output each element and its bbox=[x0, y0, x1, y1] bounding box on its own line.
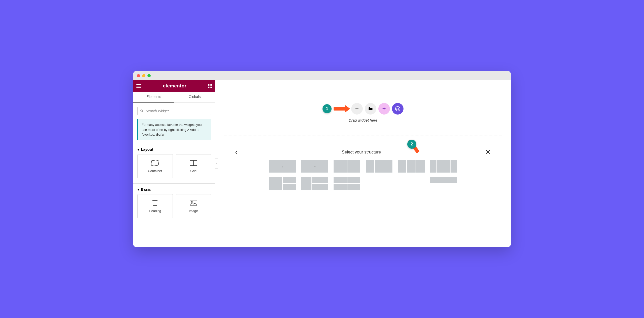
window-minimize-button[interactable] bbox=[142, 74, 145, 77]
widget-container[interactable]: Container bbox=[137, 154, 173, 178]
annotation-badge-2: 2 bbox=[407, 140, 416, 149]
structure-title: Select your structure bbox=[238, 150, 484, 155]
structure-l-shape-b[interactable] bbox=[301, 177, 328, 190]
plus-icon bbox=[355, 107, 359, 111]
structure-2col[interactable] bbox=[334, 160, 360, 173]
drop-zone-actions: 1 bbox=[323, 103, 404, 115]
annotation-arrow-1 bbox=[334, 107, 346, 111]
svg-point-0 bbox=[141, 110, 143, 112]
editor-canvas: ‹ 1 bbox=[215, 80, 511, 247]
image-icon bbox=[189, 199, 197, 206]
svg-point-16 bbox=[396, 108, 397, 109]
layout-widgets: Container Grid bbox=[137, 154, 211, 182]
tip-text: For easy access, favorite the widgets yo… bbox=[142, 123, 202, 136]
tip-got-it-link[interactable]: Got It bbox=[156, 133, 164, 136]
structure-1col-down[interactable]: ↓ bbox=[269, 160, 296, 173]
tab-elements[interactable]: Elements bbox=[133, 92, 174, 102]
sidebar-header: elementor bbox=[133, 80, 215, 92]
collapse-panel-button[interactable]: ‹ bbox=[215, 158, 218, 169]
tab-globals[interactable]: Globals bbox=[174, 92, 215, 102]
structure-1over2[interactable] bbox=[430, 177, 457, 190]
hamburger-menu-icon[interactable] bbox=[136, 84, 141, 88]
structure-row-1: ↓ → bbox=[234, 160, 492, 173]
ai-button[interactable] bbox=[378, 103, 390, 115]
widget-container-label: Container bbox=[148, 169, 162, 173]
drop-zone[interactable]: 1 bbox=[224, 93, 502, 135]
grid-icon bbox=[189, 160, 197, 167]
structure-back-button[interactable]: ‹ bbox=[234, 147, 238, 157]
widget-grid-label: Grid bbox=[190, 169, 196, 173]
svg-point-15 bbox=[395, 107, 400, 111]
widget-grid[interactable]: Grid bbox=[176, 154, 211, 178]
search-box[interactable] bbox=[137, 107, 211, 115]
search-input[interactable] bbox=[146, 109, 208, 113]
sidebar-title: elementor bbox=[141, 83, 208, 89]
category-basic-header[interactable]: ▾ Basic bbox=[137, 185, 211, 194]
heading-icon bbox=[151, 199, 159, 206]
structure-3over2[interactable] bbox=[366, 177, 392, 190]
svg-rect-2 bbox=[151, 161, 158, 166]
structure-1col-right[interactable]: → bbox=[301, 160, 328, 173]
annotation-badge-1: 1 bbox=[323, 104, 332, 113]
drop-zone-label: Drag widget here bbox=[349, 118, 377, 122]
svg-line-1 bbox=[142, 112, 143, 112]
structure-close-button[interactable]: ✕ bbox=[484, 147, 492, 157]
widget-image-label: Image bbox=[189, 209, 198, 213]
sparkle-icon bbox=[382, 106, 387, 111]
structure-2col-33-66[interactable] bbox=[366, 160, 392, 173]
basic-widgets: Heading Image bbox=[137, 194, 211, 222]
structure-3col-25-50-25[interactable] bbox=[430, 160, 457, 173]
app-window: elementor Elements Globals For easy acce… bbox=[133, 71, 511, 247]
chevron-down-icon: ▾ bbox=[137, 187, 139, 192]
face-icon bbox=[395, 106, 400, 112]
sidebar-panel: elementor Elements Globals For easy acce… bbox=[133, 80, 215, 247]
container-icon bbox=[151, 160, 159, 167]
category-layout: ▾ Layout Container Grid bbox=[133, 145, 215, 182]
structure-header: ‹ Select your structure ✕ bbox=[234, 147, 492, 157]
window-titlebar bbox=[133, 71, 511, 80]
search-wrap bbox=[133, 103, 215, 119]
structure-selector: 2 ‹ Select your structure ✕ ↓ → bbox=[224, 142, 502, 200]
sidebar-divider bbox=[133, 183, 215, 184]
category-basic-label: Basic bbox=[141, 187, 151, 191]
svg-rect-11 bbox=[190, 200, 197, 206]
ai-assistant-button[interactable] bbox=[392, 103, 404, 115]
structure-l-shape-a[interactable] bbox=[269, 177, 296, 190]
favorites-tip: For easy access, favorite the widgets yo… bbox=[137, 119, 211, 140]
template-library-button[interactable] bbox=[365, 103, 376, 115]
search-icon bbox=[140, 109, 144, 113]
category-layout-header[interactable]: ▾ Layout bbox=[137, 145, 211, 154]
category-layout-label: Layout bbox=[141, 147, 153, 151]
widget-heading[interactable]: Heading bbox=[137, 194, 173, 218]
category-basic: ▾ Basic Heading Image bbox=[133, 185, 215, 222]
widget-heading-label: Heading bbox=[149, 209, 161, 213]
structure-2x2[interactable] bbox=[334, 177, 360, 190]
structure-3col[interactable] bbox=[398, 160, 425, 173]
structure-2over3[interactable] bbox=[398, 177, 425, 190]
window-maximize-button[interactable] bbox=[147, 74, 151, 77]
window-close-button[interactable] bbox=[137, 74, 140, 77]
widgets-grid-icon[interactable] bbox=[208, 84, 212, 88]
folder-icon bbox=[368, 107, 373, 111]
svg-point-12 bbox=[191, 201, 192, 202]
structure-row-2 bbox=[234, 177, 492, 190]
add-section-button[interactable] bbox=[351, 103, 363, 115]
chevron-down-icon: ▾ bbox=[137, 147, 139, 152]
app-body: elementor Elements Globals For easy acce… bbox=[133, 80, 511, 247]
widget-image[interactable]: Image bbox=[176, 194, 211, 218]
svg-point-17 bbox=[398, 108, 399, 109]
sidebar-tabs: Elements Globals bbox=[133, 92, 215, 103]
